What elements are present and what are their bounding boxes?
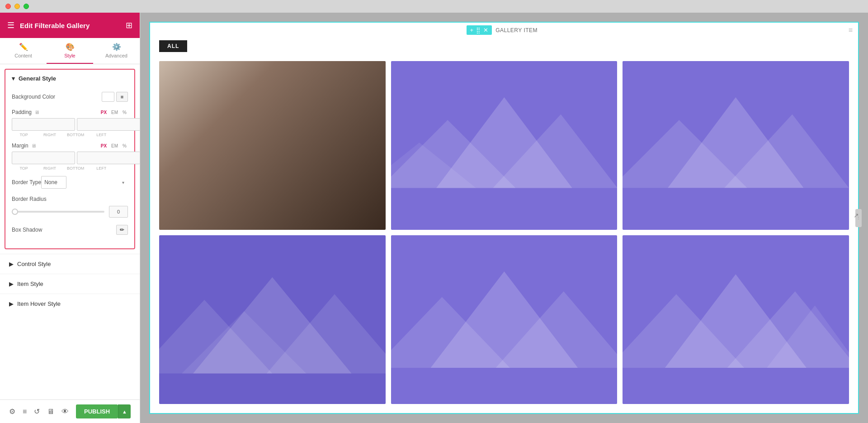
item-hover-style-label: Item Hover Style	[17, 300, 61, 307]
background-color-swatch[interactable]	[102, 92, 114, 102]
padding-header-row: Padding 🖥 PX EM %	[12, 109, 128, 115]
resize-handle[interactable]: ⋮	[855, 209, 862, 227]
border-radius-slider[interactable]	[12, 211, 104, 213]
tab-advanced-label: Advanced	[105, 53, 127, 58]
tab-style-label: Style	[64, 53, 75, 58]
padding-unit-em[interactable]: EM	[110, 109, 119, 115]
window-chrome	[0, 0, 868, 13]
mountain-svg-3	[159, 235, 386, 404]
history-icon[interactable]: ↺	[34, 407, 40, 416]
traffic-light-yellow[interactable]	[14, 4, 20, 9]
margin-right-input[interactable]	[77, 152, 140, 164]
margin-header-row: Margin 🖥 PX EM %	[12, 143, 128, 149]
settings-icon[interactable]: ⚙	[9, 407, 15, 416]
gallery-item-1[interactable]	[391, 61, 618, 230]
padding-responsive-icon: 🖥	[34, 109, 39, 115]
sidebar-tabs: ✏️ Content 🎨 Style ⚙️ Advanced	[0, 38, 140, 64]
gallery-widget-label: GALLERY ITEM	[492, 27, 538, 33]
gallery-widget-controls: + ⣿ ✕	[467, 25, 492, 35]
border-type-select-wrapper: None Solid Dashed Dotted Double ▾	[41, 176, 128, 189]
margin-left-label: LEFT	[90, 166, 113, 171]
box-shadow-edit-btn[interactable]: ✏	[116, 225, 128, 235]
margin-labels: TOP RIGHT BOTTOM LEFT	[12, 166, 128, 171]
hamburger-icon[interactable]: ☰	[7, 20, 14, 30]
canvas: + ⣿ ✕ GALLERY ITEM ≡ ALL	[140, 13, 868, 423]
responsive-icon[interactable]: 🖥	[47, 408, 54, 416]
gallery-toolbar: + ⣿ ✕ GALLERY ITEM ≡	[150, 23, 858, 38]
padding-unit-px[interactable]: PX	[99, 109, 108, 115]
grid-icon[interactable]: ⊞	[126, 20, 132, 30]
sidebar-header-left: ☰ Edit Filterable Gallery	[7, 20, 90, 30]
padding-top-label: TOP	[12, 133, 36, 137]
sidebar-content: ▾ General Style Background Color ≡	[0, 64, 140, 399]
margin-units: PX EM %	[99, 143, 128, 149]
mountain-svg-1	[391, 61, 618, 230]
border-type-row: Border Type None Solid Dashed Dotted Dou…	[12, 176, 128, 189]
general-style-header[interactable]: ▾ General Style	[5, 70, 134, 87]
padding-top-input[interactable]	[12, 118, 75, 131]
general-style-section: ▾ General Style Background Color ≡	[5, 69, 135, 249]
border-radius-slider-row: 0	[12, 206, 128, 218]
gallery-container: + ⣿ ✕ GALLERY ITEM ≡ ALL	[149, 22, 859, 414]
gallery-item-5[interactable]	[623, 235, 849, 404]
border-type-label: Border Type	[12, 179, 41, 185]
tab-advanced[interactable]: ⚙️ Advanced	[93, 38, 140, 64]
resize-handle-dots: ⋮	[857, 216, 860, 220]
add-widget-btn[interactable]: +	[470, 27, 474, 33]
preview-icon[interactable]: 👁	[61, 408, 69, 416]
margin-responsive-icon: 🖥	[31, 143, 36, 148]
mountain-svg-2	[623, 61, 849, 230]
publish-dropdown-btn[interactable]: ▲	[118, 404, 131, 418]
publish-group: PUBLISH ▲	[76, 404, 131, 418]
scroll-indicator-icon: ≡	[849, 26, 853, 34]
gallery-item-2[interactable]	[623, 61, 849, 230]
item-style-label: Item Style	[17, 280, 43, 287]
padding-row: Padding 🖥 PX EM %	[12, 109, 128, 137]
margin-link-spacer	[115, 166, 128, 171]
tab-style[interactable]: 🎨 Style	[47, 38, 93, 64]
sidebar: ☰ Edit Filterable Gallery ⊞ ✏️ Content 🎨…	[0, 13, 140, 423]
margin-top-label: TOP	[12, 166, 36, 171]
gallery-item-4[interactable]	[391, 235, 618, 404]
margin-unit-pct[interactable]: %	[121, 143, 128, 149]
control-style-arrow: ▶	[9, 261, 14, 267]
item-style-arrow: ▶	[9, 280, 14, 287]
padding-bottom-label: BOTTOM	[64, 133, 88, 137]
gallery-item-0[interactable]	[159, 61, 386, 230]
margin-unit-em[interactable]: EM	[110, 143, 119, 149]
content-tab-icon: ✏️	[19, 43, 28, 51]
general-style-body: Background Color ≡ Padding 🖥	[5, 87, 134, 248]
traffic-light-green[interactable]	[24, 4, 29, 9]
margin-label: Margin 🖥	[12, 143, 36, 149]
border-radius-label: Border Radius	[12, 196, 128, 202]
background-color-options-btn[interactable]: ≡	[116, 92, 128, 102]
tab-content[interactable]: ✏️ Content	[0, 38, 47, 64]
item-style-section[interactable]: ▶ Item Style	[0, 274, 140, 294]
control-style-label: Control Style	[17, 261, 51, 267]
margin-right-label: RIGHT	[38, 166, 61, 171]
gallery-item-3[interactable]	[159, 235, 386, 404]
padding-link-spacer	[115, 133, 128, 137]
border-type-select[interactable]: None Solid Dashed Dotted Double	[41, 176, 66, 189]
background-color-row: Background Color ≡	[12, 92, 128, 102]
padding-right-input[interactable]	[77, 118, 140, 131]
padding-unit-pct[interactable]: %	[121, 109, 128, 115]
margin-unit-px[interactable]: PX	[99, 143, 108, 149]
border-radius-row: Border Radius 0	[12, 196, 128, 218]
filter-row: ALL	[150, 38, 858, 57]
collapse-icon: ▾	[12, 75, 15, 82]
margin-bottom-label: BOTTOM	[64, 166, 88, 171]
publish-button[interactable]: PUBLISH	[76, 404, 118, 418]
background-color-label: Background Color	[12, 94, 55, 100]
mountain-svg-5	[623, 235, 849, 404]
move-widget-btn[interactable]: ⣿	[476, 27, 481, 33]
filter-all-btn[interactable]: ALL	[159, 40, 187, 52]
close-widget-btn[interactable]: ✕	[483, 27, 488, 33]
margin-top-input[interactable]	[12, 152, 75, 164]
layers-icon[interactable]: ≡	[23, 408, 27, 416]
item-hover-style-section[interactable]: ▶ Item Hover Style	[0, 294, 140, 314]
traffic-light-red[interactable]	[5, 4, 11, 9]
border-radius-value: 0	[109, 206, 128, 218]
box-shadow-label: Box Shadow	[12, 227, 42, 233]
control-style-section[interactable]: ▶ Control Style	[0, 254, 140, 274]
